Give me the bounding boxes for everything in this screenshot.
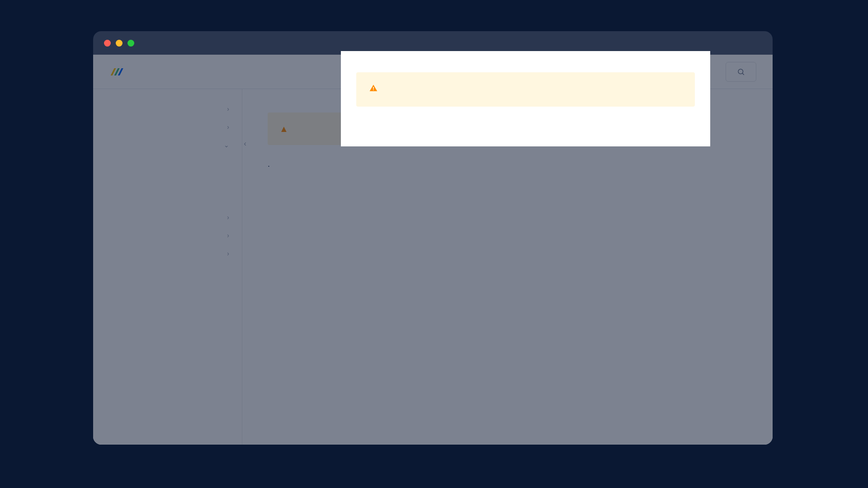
chevron-down-icon: ⌄	[224, 141, 229, 149]
content-panel	[341, 51, 710, 146]
sidebar-subitem-exclude[interactable]	[101, 181, 242, 190]
window-maximize-icon[interactable]	[127, 40, 134, 47]
search-icon	[737, 68, 745, 76]
warning-icon: ▲	[279, 122, 288, 135]
brand-logo[interactable]	[109, 66, 127, 77]
svg-rect-2	[373, 87, 374, 89]
chevron-right-icon: ›	[227, 232, 229, 239]
sidebar-item-style[interactable]: ›	[101, 208, 242, 226]
panel-body	[356, 72, 695, 107]
sidebar-subitem-descriptions[interactable]	[101, 172, 242, 181]
chevron-right-icon: ›	[227, 123, 229, 131]
chevron-right-icon: ›	[227, 214, 229, 221]
chevron-right-icon: ›	[227, 105, 229, 113]
sidebar-subitem-add-remove[interactable]	[101, 154, 242, 163]
sidebar-item-basics[interactable]: ›	[101, 100, 242, 118]
decorative-dots-top	[106, 13, 236, 24]
svg-point-0	[738, 69, 743, 74]
sidebar-subitem-preview[interactable]	[101, 190, 242, 199]
svg-rect-3	[373, 89, 374, 90]
brand-mark-icon	[109, 66, 124, 77]
sidebar-item-howtos[interactable]: ›	[101, 244, 242, 263]
sidebar-subitem-pinned[interactable]	[101, 163, 242, 172]
search-button[interactable]	[726, 62, 756, 82]
sidebar-nav: › › ⌄ ›	[93, 89, 242, 445]
sidebar-item-admin[interactable]: ›	[101, 226, 242, 244]
warning-callout	[356, 72, 695, 107]
warning-icon	[369, 83, 378, 96]
window-close-icon[interactable]	[104, 40, 111, 47]
paragraph: .	[268, 158, 548, 171]
sidebar-item-configure[interactable]: ›	[101, 118, 242, 136]
chevron-right-icon: ›	[227, 250, 229, 257]
window-minimize-icon[interactable]	[116, 40, 123, 47]
sidebar-subitem-macros[interactable]	[101, 199, 242, 208]
svg-line-1	[742, 73, 744, 75]
sidebar-item-define[interactable]: ⌄	[101, 136, 242, 154]
